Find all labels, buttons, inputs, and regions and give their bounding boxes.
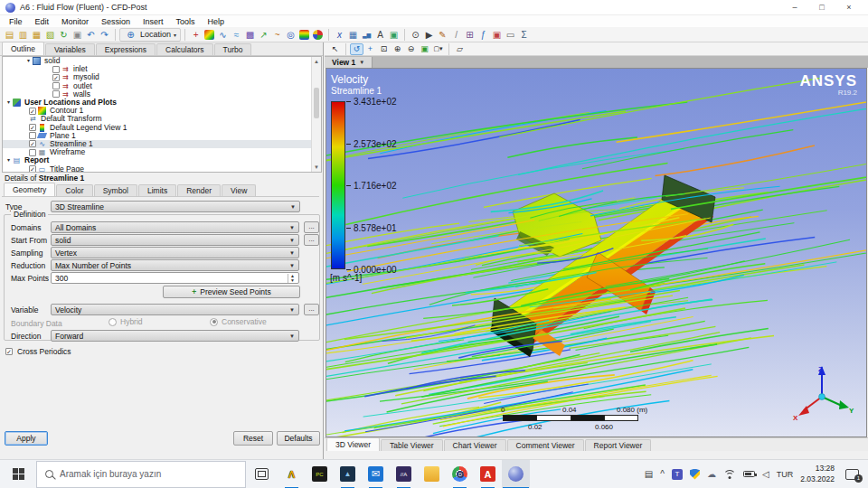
variable-more-button[interactable]: ... xyxy=(304,304,319,315)
taskbar-search[interactable] xyxy=(36,461,246,488)
news-widget-icon[interactable]: ▤ xyxy=(645,469,653,479)
load-state-icon[interactable]: ▥ xyxy=(16,28,30,42)
language-indicator[interactable]: TUR xyxy=(777,470,794,479)
details-tab-symbol[interactable]: Symbol xyxy=(94,184,137,196)
timestep-icon[interactable]: ⊙ xyxy=(409,28,422,42)
globe-icon[interactable]: ⊕ xyxy=(124,28,137,42)
tree-checkbox[interactable] xyxy=(29,132,36,139)
volume-rendering-icon[interactable]: ▩ xyxy=(243,28,257,42)
probe-select-icon[interactable]: ↖ xyxy=(328,43,342,55)
pan-icon[interactable]: + xyxy=(363,43,377,55)
tree-item-mysolid[interactable]: ✓⇉mysolid xyxy=(3,73,321,81)
onedrive-icon[interactable]: ☁ xyxy=(707,469,716,479)
tab-variables[interactable]: Variables xyxy=(45,43,95,55)
quick-editor-icon[interactable]: ✎ xyxy=(436,28,449,42)
menu-session[interactable]: Session xyxy=(95,17,137,26)
viewport-layout-icon[interactable]: ▢▾ xyxy=(431,43,445,55)
tab-calculators[interactable]: Calculators xyxy=(156,43,213,55)
zoom-in-icon[interactable]: ⊕ xyxy=(391,43,404,55)
viewer-tab-chart-viewer[interactable]: Chart Viewer xyxy=(444,439,506,451)
contour-icon[interactable] xyxy=(204,30,214,40)
start-from-more-button[interactable]: ... xyxy=(304,234,319,246)
scroll-up-icon[interactable]: ▲ xyxy=(312,57,321,66)
notification-icon[interactable]: 1 xyxy=(845,469,859,480)
app-ansys[interactable]: Λ xyxy=(278,460,306,488)
start-button[interactable] xyxy=(0,460,36,488)
tree-scrollbar[interactable]: ▲ ▼ xyxy=(311,57,321,172)
app-acrobat[interactable]: A xyxy=(474,460,502,488)
close-button[interactable]: × xyxy=(835,0,863,14)
expander-icon[interactable]: ▾ xyxy=(5,156,13,164)
spinner-arrows-icon[interactable]: ▲▼ xyxy=(288,274,295,283)
variable-dropdown[interactable]: Velocity▼ xyxy=(51,304,299,315)
minimize-button[interactable]: – xyxy=(781,0,808,14)
battery-icon[interactable] xyxy=(743,471,755,477)
app-movavi[interactable]: //A xyxy=(390,460,418,488)
tab-turbo[interactable]: Turbo xyxy=(214,43,252,55)
figure-icon[interactable]: ▣ xyxy=(387,28,401,42)
expander-icon[interactable]: ▾ xyxy=(24,57,33,65)
tab-outline[interactable]: Outline xyxy=(2,42,44,55)
max-points-stepper[interactable]: 300▲▼ xyxy=(51,272,299,284)
tree-checkbox[interactable] xyxy=(52,82,60,89)
preview-seed-points-button[interactable]: +Preview Seed Points xyxy=(163,286,300,298)
details-tab-geometry[interactable]: Geometry xyxy=(4,183,55,196)
menu-tools[interactable]: Tools xyxy=(170,17,202,26)
menu-insert[interactable]: Insert xyxy=(137,17,170,26)
animation-icon[interactable]: ▶ xyxy=(422,28,436,42)
snapshot-icon[interactable]: ▣ xyxy=(71,28,84,42)
app-photos[interactable]: ▲ xyxy=(334,460,362,488)
tree-item-solid[interactable]: ▾solid xyxy=(3,57,321,65)
probe-icon[interactable]: / xyxy=(449,28,463,42)
tree-checkbox[interactable]: ✓ xyxy=(29,108,36,115)
tree-item-title-page[interactable]: ✓▭Title Page xyxy=(3,164,321,173)
sampling-dropdown[interactable]: Vertex▼ xyxy=(51,247,299,258)
apply-button[interactable]: Apply xyxy=(5,431,48,446)
tree-checkbox[interactable]: ✓ xyxy=(29,165,36,173)
reduction-dropdown[interactable]: Max Number of Points▼ xyxy=(51,259,299,271)
save-state-icon[interactable]: ▦ xyxy=(30,28,43,42)
scroll-thumb[interactable] xyxy=(314,88,319,118)
defaults-button[interactable]: Defaults xyxy=(277,431,320,446)
surface-streamline-icon[interactable]: ≈ xyxy=(230,28,243,42)
wifi-icon[interactable] xyxy=(723,470,736,479)
print-icon[interactable]: ▭ xyxy=(504,28,517,42)
cross-periodics-checkbox[interactable]: ✓Cross Periodics xyxy=(5,347,71,356)
zoom-out-icon[interactable]: ⊖ xyxy=(404,43,418,55)
reset-button[interactable]: Reset xyxy=(233,431,273,446)
function-calculator-icon[interactable]: ƒ xyxy=(476,28,490,42)
type-dropdown[interactable]: 3D Streamline▼ xyxy=(51,201,300,212)
viewer-tab-report-viewer[interactable]: Report Viewer xyxy=(585,439,652,451)
app-chrome[interactable]: D xyxy=(446,460,474,488)
volume-icon[interactable]: ◁ xyxy=(762,469,769,479)
menu-edit[interactable]: Edit xyxy=(29,17,56,26)
tree-item-inlet[interactable]: ⇉inlet xyxy=(3,65,321,73)
point-icon[interactable]: + xyxy=(189,28,203,42)
app-mail[interactable]: ✉ xyxy=(362,460,390,488)
tree-checkbox[interactable]: ✓ xyxy=(29,124,36,131)
app-cfdpost[interactable] xyxy=(502,460,530,488)
chart-icon[interactable]: ▃▆ xyxy=(360,28,373,42)
refresh-icon[interactable]: ↻ xyxy=(57,28,71,42)
menu-monitor[interactable]: Monitor xyxy=(55,17,95,26)
calculators-icon[interactable]: ⊞ xyxy=(463,28,476,42)
tab-expressions[interactable]: Expressions xyxy=(96,43,156,55)
undo-icon[interactable]: ↶ xyxy=(84,28,98,42)
start-from-dropdown[interactable]: solid▼ xyxy=(51,234,299,246)
vector-icon[interactable]: ↗ xyxy=(257,28,270,42)
open-case-icon[interactable]: ▤ xyxy=(3,28,16,42)
expander-icon[interactable]: ▾ xyxy=(5,99,13,107)
menu-help[interactable]: Help xyxy=(202,17,231,26)
tree-checkbox[interactable]: ✓ xyxy=(52,74,60,81)
maximize-button[interactable]: □ xyxy=(808,0,835,14)
viewport-3d[interactable]: Velocity Streamline 1 3.431e+022.573e+02… xyxy=(326,68,867,437)
comment-icon[interactable]: A xyxy=(373,28,387,42)
app-pycharm[interactable]: PC xyxy=(306,460,334,488)
viewer-tab-comment-viewer[interactable]: Comment Viewer xyxy=(507,439,584,451)
scroll-down-icon[interactable]: ▼ xyxy=(312,163,321,172)
save-picture-icon[interactable]: ▣ xyxy=(490,28,504,42)
details-tab-color[interactable]: Color xyxy=(56,184,92,196)
location-dropdown[interactable]: ⊕Location▾ xyxy=(119,28,181,42)
viewport-transform-icon[interactable]: ▱ xyxy=(453,43,467,55)
taskbar-clock[interactable]: 13:28 2.03.2022 xyxy=(800,464,835,483)
